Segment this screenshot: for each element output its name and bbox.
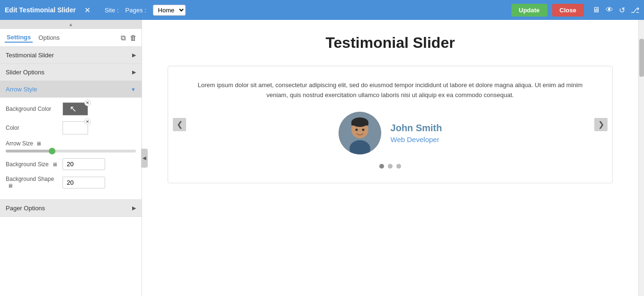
arrow-size-row: Arrow Size 🖥 — [6, 140, 136, 152]
content-area: Testimonial Slider ❮ Lorem ipsum dolor s… — [149, 20, 632, 197]
color-label: Color — [6, 125, 63, 131]
accordion-testimonial-slider: Testimonial Slider ▶ — [0, 47, 142, 64]
background-color-label: Background Color — [6, 106, 63, 112]
dot-2[interactable] — [388, 164, 393, 169]
accordion-pager-options: Pager Options ▶ — [0, 200, 142, 217]
background-color-row: Background Color ↖ ✕ — [6, 102, 136, 116]
pages-label: Pages : — [125, 7, 146, 14]
arrow-size-label: Arrow Size — [6, 140, 33, 147]
tab-options[interactable]: Options — [36, 33, 62, 42]
accordion-label-slider-options: Slider Options — [6, 69, 45, 76]
scrollbar-track[interactable] — [638, 20, 644, 296]
history-icon[interactable]: ↺ — [619, 6, 625, 15]
author-name: John Smith — [391, 123, 442, 134]
color-row: Color ✕ — [6, 121, 136, 135]
scroll-top: ▲ — [0, 20, 142, 29]
accordion-header-pager-options[interactable]: Pager Options ▶ — [0, 200, 142, 216]
background-size-row: Background Size 🖥 — [6, 158, 136, 170]
update-button[interactable]: Update — [511, 4, 547, 17]
color-clear[interactable]: ✕ — [84, 118, 91, 125]
author-info: John Smith Web Developer — [391, 123, 442, 144]
accordion-arrow-pager-options: ▶ — [132, 205, 136, 211]
topbar: Edit Testimonial Slider ✕ Site : Pages :… — [0, 0, 644, 20]
slider-thumb[interactable] — [49, 148, 55, 154]
collapse-panel-button[interactable]: ◀ — [141, 149, 148, 168]
scrollbar-thumb[interactable] — [639, 39, 644, 77]
svg-point-6 — [362, 128, 364, 131]
slider-dots — [197, 164, 584, 169]
prev-arrow-button[interactable]: ❮ — [173, 118, 186, 131]
arrow-size-slider[interactable] — [6, 150, 136, 152]
delete-icon[interactable]: 🗑 — [130, 34, 137, 42]
testimonial-author: John Smith Web Developer — [197, 112, 584, 154]
author-avatar-svg — [339, 112, 381, 154]
accordion-label-pager-options: Pager Options — [6, 205, 45, 212]
background-shape-row: Background Shape 🖥 — [6, 176, 136, 189]
accordion-label-arrow-style: Arrow Style — [6, 86, 37, 93]
desktop-icon[interactable]: 🖥 — [592, 6, 600, 15]
main-layout: ▲ Settings Options ⧉ 🗑 Testimonial Slide… — [0, 20, 644, 296]
editor-close-icon[interactable]: ✕ — [84, 6, 90, 15]
cursor-icon: ↖ — [70, 104, 77, 114]
background-color-picker[interactable]: ↖ ✕ — [63, 102, 88, 116]
svg-rect-4 — [351, 122, 368, 126]
accordion-slider-options: Slider Options ▶ — [0, 64, 142, 81]
close-button[interactable]: Close — [552, 4, 584, 17]
accordion-header-testimonial-slider[interactable]: Testimonial Slider ▶ — [0, 47, 142, 63]
eye-icon[interactable]: 👁 — [606, 6, 613, 15]
accordion-header-slider-options[interactable]: Slider Options ▶ — [0, 64, 142, 81]
author-avatar — [339, 112, 381, 154]
arrow-size-screen-icon: 🖥 — [36, 141, 41, 146]
left-panel: ▲ Settings Options ⧉ 🗑 Testimonial Slide… — [0, 20, 142, 296]
dot-3[interactable] — [396, 164, 401, 169]
svg-point-5 — [355, 128, 358, 131]
accordion-arrow-style: Arrow Style ▼ Background Color ↖ ✕ Co — [0, 81, 142, 200]
tab-settings[interactable]: Settings — [5, 33, 33, 43]
testimonial-card: ❮ Lorem ipsum dolor sit amet, consectetu… — [168, 66, 613, 183]
pages-select[interactable]: Home — [153, 5, 186, 16]
site-label: Site : — [105, 7, 119, 14]
background-color-clear[interactable]: ✕ — [84, 99, 91, 106]
accordion-arrow-testimonial-slider: ▶ — [132, 52, 136, 58]
testimonial-text: Lorem ipsum dolor sit amet, consectetur … — [197, 81, 584, 100]
sitemap-icon[interactable]: ⎇ — [631, 6, 639, 15]
slider-fill — [6, 150, 51, 152]
background-size-label: Background Size 🖥 — [6, 161, 63, 168]
background-size-screen-icon: 🖥 — [52, 161, 57, 167]
dot-1[interactable] — [379, 164, 384, 169]
accordion-header-arrow-style[interactable]: Arrow Style ▼ — [0, 81, 142, 98]
page-title: Testimonial Slider — [168, 34, 613, 52]
topbar-icons: 🖥 👁 ↺ ⎇ — [592, 6, 639, 15]
color-picker[interactable]: ✕ — [63, 121, 88, 135]
accordion-arrow-slider-options: ▶ — [132, 69, 136, 75]
accordion-arrow-arrow-style: ▼ — [131, 87, 136, 92]
background-size-input[interactable] — [63, 158, 105, 170]
copy-icon[interactable]: ⧉ — [121, 34, 126, 42]
background-shape-input[interactable] — [63, 177, 105, 188]
arrow-style-content: Background Color ↖ ✕ Color ✕ — [0, 98, 142, 199]
background-shape-screen-icon: 🖥 — [8, 183, 13, 188]
background-shape-label: Background Shape 🖥 — [6, 176, 63, 189]
author-role: Web Developer — [391, 135, 442, 144]
accordion-label-testimonial-slider: Testimonial Slider — [6, 52, 54, 59]
right-content: Testimonial Slider ❮ Lorem ipsum dolor s… — [142, 20, 638, 296]
tabs-row: Settings Options ⧉ 🗑 — [0, 29, 142, 47]
next-arrow-button[interactable]: ❯ — [594, 118, 608, 131]
editor-title: Edit Testimonial Slider — [5, 6, 76, 14]
